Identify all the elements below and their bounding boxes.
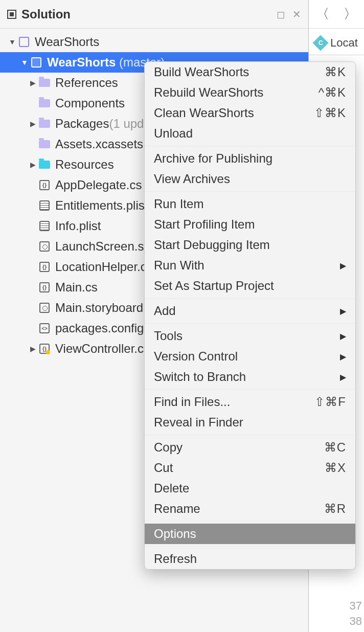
tree-item-label: Resources xyxy=(55,157,114,172)
menu-item[interactable]: Copy⌘C xyxy=(145,437,355,458)
menu-item[interactable]: Run Item xyxy=(145,194,355,214)
close-icon[interactable]: ✕ xyxy=(292,8,301,20)
tree-root[interactable]: ▼ WearShorts xyxy=(0,32,308,52)
chevron-right-icon[interactable]: ▶ xyxy=(29,79,37,87)
tree-item-label: WearShorts xyxy=(47,55,116,70)
tree-item-label: LocationHelper.cs xyxy=(55,260,153,274)
solution-icon xyxy=(19,37,29,47)
chevron-right-icon[interactable]: ▶ xyxy=(29,161,37,169)
panel-title: Solution xyxy=(21,7,277,21)
tree-item-label: Entitlements.plist xyxy=(55,198,148,213)
menu-item-label: Version Control xyxy=(154,349,340,364)
chevron-right-icon[interactable]: ▶ xyxy=(29,120,37,128)
menu-item[interactable]: Reveal in Finder xyxy=(145,412,355,433)
menu-item[interactable]: Set As Startup Project xyxy=(145,276,355,296)
shortcut-label: ^⌘K xyxy=(318,85,346,100)
menu-item[interactable]: Unload xyxy=(145,123,355,144)
line-number: 38 xyxy=(348,614,362,629)
menu-item-label: Unload xyxy=(154,126,346,141)
menu-item[interactable]: View Archives xyxy=(145,169,355,189)
shortcut-label: ⌘R xyxy=(324,502,346,516)
tree-item-label: packages.config xyxy=(55,321,144,335)
menu-item[interactable]: Start Debugging Item xyxy=(145,235,355,255)
chevron-right-icon: ▶ xyxy=(340,372,346,382)
menu-item-label: Start Profiling Item xyxy=(154,217,346,232)
panel-header: Solution ◻ ✕ xyxy=(0,0,308,29)
menu-item[interactable]: Options xyxy=(145,524,355,544)
menu-item-label: Find in Files... xyxy=(154,395,314,409)
plist-file-icon xyxy=(39,200,50,211)
status-dot-icon xyxy=(46,350,50,354)
menu-item-label: Start Debugging Item xyxy=(154,238,346,252)
tree-item-label: References xyxy=(55,76,118,90)
xml-file-icon: <> xyxy=(39,323,50,333)
menu-item-label: Rename xyxy=(154,502,324,516)
chevron-right-icon: ▶ xyxy=(340,261,346,270)
tree-item-label: Info.plist xyxy=(55,219,101,233)
csharp-icon: C xyxy=(312,35,328,51)
menu-separator xyxy=(145,389,355,390)
folder-icon xyxy=(39,79,50,87)
nav-back-icon[interactable]: 〈 xyxy=(316,5,329,23)
shortcut-label: ⌘X xyxy=(325,461,346,475)
menu-item[interactable]: Switch to Branch▶ xyxy=(145,367,355,387)
context-menu[interactable]: Build WearShorts⌘KRebuild WearShorts^⌘KC… xyxy=(144,61,356,570)
chevron-right-icon[interactable]: ▶ xyxy=(29,345,37,353)
menu-item[interactable]: Tools▶ xyxy=(145,326,355,346)
menu-item-label: Run Item xyxy=(154,197,346,211)
menu-item-label: Archive for Publishing xyxy=(154,151,346,166)
editor-tab[interactable]: C Locat xyxy=(309,31,364,55)
menu-item[interactable]: Clean WearShorts⇧⌘K xyxy=(145,103,355,123)
menu-item[interactable]: Find in Files...⇧⌘F xyxy=(145,392,355,412)
folder-icon xyxy=(39,161,50,169)
tree-item-label: ViewController.cs xyxy=(55,342,150,356)
shortcut-label: ⇧⌘K xyxy=(314,106,346,120)
menu-item[interactable]: Refresh xyxy=(145,549,355,569)
menu-item[interactable]: Version Control▶ xyxy=(145,346,355,367)
menu-item-label: Run With xyxy=(154,258,340,273)
storyboard-file-icon xyxy=(39,303,50,313)
menu-item[interactable]: Cut⌘X xyxy=(145,458,355,478)
shortcut-label: ⌘K xyxy=(325,65,346,79)
menu-separator xyxy=(145,146,355,146)
menu-item[interactable]: Rebuild WearShorts^⌘K xyxy=(145,82,355,103)
menu-item[interactable]: Add▶ xyxy=(145,301,355,321)
menu-item-label: Set As Startup Project xyxy=(154,279,346,293)
menu-item-label: Reveal in Finder xyxy=(154,415,346,430)
menu-separator xyxy=(145,191,355,192)
tree-item-label: Assets.xcassets xyxy=(55,137,143,151)
menu-item[interactable]: Start Profiling Item xyxy=(145,214,355,235)
chevron-down-icon[interactable]: ▼ xyxy=(20,58,29,66)
tree-item-label: Main.storyboard xyxy=(55,301,143,315)
menu-separator xyxy=(145,546,355,547)
panel-actions: ◻ ✕ xyxy=(277,8,301,20)
menu-item-label: Build WearShorts xyxy=(154,65,325,79)
tab-label: Locat xyxy=(330,36,358,50)
menu-item-label: Switch to Branch xyxy=(154,370,340,384)
menu-item[interactable]: Archive for Publishing xyxy=(145,148,355,169)
menu-item[interactable]: Build WearShorts⌘K xyxy=(145,62,355,82)
menu-item-label: Tools xyxy=(154,329,340,343)
storyboard-file-icon xyxy=(39,241,50,252)
tree-item-label: Components xyxy=(55,96,125,110)
project-icon xyxy=(31,57,41,67)
menu-item-label: Options xyxy=(154,527,346,541)
nav-arrows: 〈 〉 xyxy=(309,0,364,29)
menu-item-label: Add xyxy=(154,304,340,318)
menu-item[interactable]: Rename⌘R xyxy=(145,499,355,519)
dock-icon[interactable]: ◻ xyxy=(277,8,285,20)
menu-item[interactable]: Delete xyxy=(145,478,355,499)
menu-separator xyxy=(145,435,355,435)
menu-item[interactable]: Run With▶ xyxy=(145,255,355,276)
tree-item-label: Main.cs xyxy=(55,280,98,295)
csharp-file-icon: {} xyxy=(39,180,50,190)
menu-item-label: Delete xyxy=(154,481,346,495)
chevron-down-icon[interactable]: ▼ xyxy=(8,38,16,46)
nav-forward-icon[interactable]: 〉 xyxy=(344,5,357,23)
tree-item-label: WearShorts xyxy=(35,35,99,49)
menu-separator xyxy=(145,323,355,324)
menu-separator xyxy=(145,298,355,299)
tree-item-label: Packages xyxy=(55,117,109,131)
line-number: 37 xyxy=(348,598,362,614)
chevron-right-icon: ▶ xyxy=(340,306,346,316)
